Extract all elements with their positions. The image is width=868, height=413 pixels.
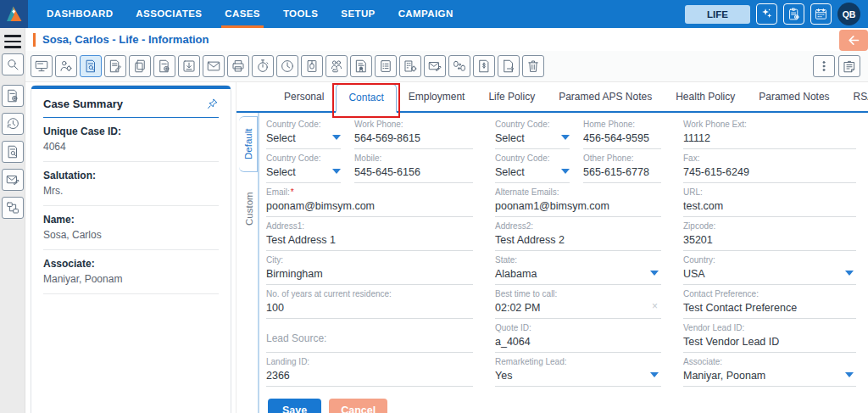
field-country-code-mobile[interactable]: Country Code:Select [266,153,341,183]
layout-tab-default[interactable]: Default [239,116,258,172]
envelope-icon[interactable] [203,55,225,77]
search-icon[interactable] [2,53,24,75]
rail-flowchart-icon[interactable] [2,197,24,219]
layout-tabs: DefaultCustom [236,113,258,413]
tab-paramed-aps-notes[interactable]: Paramed APS Notes [547,84,664,111]
copy-documents-icon[interactable] [129,55,151,77]
field-state[interactable]: State:Alabama [495,255,661,285]
chevron-down-icon[interactable] [845,271,854,276]
nav-item-cases[interactable]: CASES [225,0,260,28]
pin-icon[interactable] [206,98,219,110]
field-country-code-other-phone[interactable]: Country Code:Select [495,153,570,183]
calendar-icon[interactable] [810,3,832,25]
field-fax[interactable]: Fax:745-615-6249 [683,153,856,183]
field-vendor-lead-id[interactable]: Vendor Lead ID:Test Vendor Lead ID [683,323,856,353]
save-box-icon[interactable] [178,55,200,77]
nav-item-campaign[interactable]: CAMPAIGN [398,0,453,28]
chevron-down-icon[interactable] [561,169,570,174]
sticky-note-icon[interactable] [838,55,860,77]
export-document-icon[interactable] [498,55,520,77]
person-link-icon[interactable] [448,55,470,77]
field-work-phone[interactable]: Work Phone:564-569-8615 [354,120,473,149]
nav-item-tools[interactable]: TOOLS [283,0,318,28]
printer-icon[interactable] [227,55,249,77]
field-mobile[interactable]: Mobile:545-645-6156 [354,153,473,183]
clipboard-add-icon[interactable] [783,3,804,25]
nav-item-associates[interactable]: ASSOCIATES [136,0,202,28]
cancel-button[interactable]: Cancel [329,399,387,413]
rail-envelope-edit-icon[interactable] [2,169,24,191]
field-zipcode[interactable]: Zipcode:35201 [683,221,856,251]
rail-document-add-icon[interactable] [2,85,24,107]
life-button[interactable]: LIFE [685,5,750,24]
tab-contact[interactable]: Contact [336,84,396,113]
field-quote-id[interactable]: Quote ID:a_4064 [495,323,661,353]
nav-item-setup[interactable]: SETUP [341,0,375,28]
rail-document-search-icon[interactable] [2,141,24,163]
certificate-icon[interactable] [350,55,372,77]
chevron-down-icon[interactable] [561,135,570,140]
clear-icon[interactable]: × [652,301,658,311]
summary-name: Name:Sosa, Carlos [43,206,219,250]
tab-paramed-notes[interactable]: Paramed Notes [747,84,841,111]
people-icon[interactable] [326,55,348,77]
field-city[interactable]: City:Birmingham [266,255,473,285]
field-best-time-to-call[interactable]: Best time to call:02:02 PM× [495,289,661,319]
document-search-icon[interactable] [80,55,102,77]
field-country-code-work-phone[interactable]: Country Code:Select [266,120,341,149]
sparkles-icon[interactable] [756,3,777,25]
layout-tab-custom[interactable]: Custom [240,181,258,237]
tab-life-policy[interactable]: Life Policy [476,84,547,111]
field-associate[interactable]: Associate:Maniyar, Poonam [683,357,856,387]
field-country-code-home-phone[interactable]: Country Code:Select [495,120,570,149]
chevron-down-icon[interactable] [332,169,341,174]
hamburger-menu-icon[interactable] [4,35,21,48]
field-work-phone-ext[interactable]: Work Phone Ext:11112 [683,120,856,149]
kebab-menu-icon[interactable] [813,55,835,77]
field-landing-id[interactable]: Landing ID:2366 [266,357,473,387]
qb-badge[interactable]: QB [837,3,860,25]
monitor-icon[interactable] [31,55,53,77]
tab-health-policy[interactable]: Health Policy [664,84,747,111]
tab-rsa-ir[interactable]: RSA ir [842,84,868,111]
back-button[interactable] [839,30,868,51]
field-email[interactable]: Email:*poonam@bimsym.com [266,187,473,217]
chevron-down-icon[interactable] [332,135,341,140]
chevron-down-icon[interactable] [845,372,854,377]
field-home-phone[interactable]: Home Phone:456-564-9595 [583,120,661,149]
tab-personal[interactable]: Personal [272,84,336,111]
field-address1[interactable]: Address1:Test Address 1 [266,221,473,251]
clock-icon[interactable] [276,55,298,77]
checklist-icon[interactable] [375,55,397,77]
save-button[interactable]: Save [268,399,321,413]
field-other-phone[interactable]: Other Phone:565-615-6778 [583,153,661,183]
field-no-of-years-at-current-residence[interactable]: No. of years at current residence:100 [266,289,473,319]
case-toolbar [25,51,868,82]
field-address2[interactable]: Address2:Test Address 2 [495,221,661,251]
nav-right-group: LIFE QB [685,3,868,25]
field-lead-source[interactable]: Lead Source: [266,326,473,353]
app-logo-icon[interactable] [0,0,28,28]
app-window: DASHBOARDASSOCIATESCASESTOOLSSETUPCAMPAI… [0,0,868,413]
trash-icon[interactable] [522,55,544,77]
case-summary-title: Case Summary [43,98,123,110]
nav-menu: DASHBOARDASSOCIATESCASESTOOLSSETUPCAMPAI… [47,0,453,28]
nav-item-dashboard[interactable]: DASHBOARD [47,0,113,28]
field-alternate-emails[interactable]: Alternate Emails:poonam1@bimsym.com [495,187,661,217]
chevron-down-icon[interactable] [650,271,659,276]
document-add-icon[interactable] [153,55,175,77]
building-settings-icon[interactable] [399,55,421,77]
binder-icon[interactable] [301,55,323,77]
field-remarketing-lead[interactable]: Remarketing Lead:Yes [495,357,661,387]
field-country[interactable]: Country:USA [683,255,856,285]
field-contact-preference[interactable]: Contact Preference:Test Contact Preferen… [683,289,856,319]
rail-history-icon[interactable] [2,113,24,135]
stopwatch-icon[interactable] [252,55,274,77]
user-settings-icon[interactable] [55,55,77,77]
envelope-edit-icon[interactable] [424,55,446,77]
field-url[interactable]: URL:test.com [683,187,856,217]
invoice-icon[interactable] [473,55,495,77]
document-edit-icon[interactable] [104,55,126,77]
chevron-down-icon[interactable] [650,372,659,377]
tab-employment[interactable]: Employment [397,84,477,111]
